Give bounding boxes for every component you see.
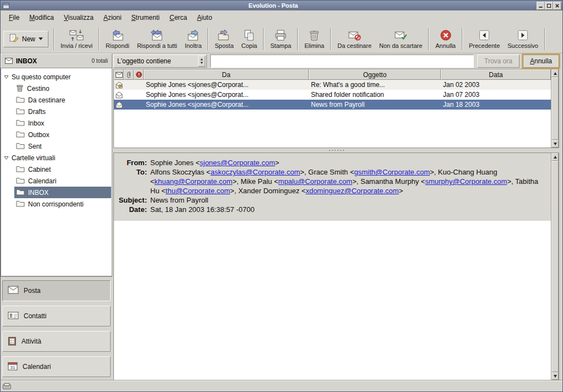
folder-icon (16, 200, 25, 209)
print-icon (274, 29, 287, 41)
scrollbar-thumb[interactable] (551, 161, 559, 372)
reply-all-button[interactable]: Rispondi a tutti (133, 26, 181, 52)
date-value: Sat, 18 Jan 2003 16:38:57 -0700 (150, 205, 545, 214)
clear-search-button[interactable]: Annulla (523, 55, 559, 68)
find-now-button[interactable]: Trova ora (477, 55, 520, 68)
toolbar-separator (297, 28, 298, 50)
cancel-button[interactable]: Annulla (431, 26, 460, 52)
toolbar-separator (99, 28, 100, 50)
tree-group-label: Su questo computer (12, 73, 70, 81)
maximize-button[interactable] (545, 2, 553, 10)
switcher-attivita[interactable]: Attività (2, 331, 111, 352)
menu-file[interactable]: File (4, 12, 24, 24)
switcher-contatti[interactable]: Contatti (2, 306, 111, 326)
read-icon (115, 101, 123, 108)
expander-icon[interactable] (4, 154, 9, 162)
minimize-button[interactable] (537, 2, 545, 10)
folder-item-cestino[interactable]: Cestino (14, 83, 112, 94)
folder-icon (16, 96, 25, 105)
tree-group-virtual[interactable]: Cartelle virtuali (1, 152, 112, 164)
recipient-email-link[interactable]: mpalu@Corporate.com (278, 177, 353, 186)
switcher-posta[interactable]: Posta (2, 280, 111, 301)
folder-item-inbox-virtual[interactable]: INBOX (14, 187, 111, 198)
send-receive-button[interactable]: Invia / ricevi (57, 26, 96, 52)
folder-label: Drafts (28, 108, 46, 116)
column-header-data[interactable]: Data (441, 69, 551, 80)
menu-strumenti[interactable]: Strumenti (127, 12, 165, 24)
recipient-email-link[interactable]: khuang@Corporate.com (155, 177, 233, 186)
scroll-down-icon[interactable] (551, 140, 559, 148)
column-header-oggetto[interactable]: Oggetto (309, 69, 441, 80)
print-button[interactable]: Stampa (266, 26, 295, 52)
copy-button[interactable]: Copia (238, 26, 261, 52)
pane-splitter[interactable] (113, 148, 559, 153)
close-button[interactable] (553, 2, 561, 10)
switcher-calendari[interactable]: 31 Calendari (2, 356, 111, 377)
new-button[interactable]: New (3, 31, 48, 47)
folder-title-bar[interactable]: INBOX 0 totali (1, 53, 112, 68)
folder-item-drafts[interactable]: Drafts (14, 106, 112, 117)
from-email-link[interactable]: sjones@Corporate.com (200, 159, 275, 167)
scroll-down-icon[interactable] (551, 372, 559, 380)
message-date: Jan 07 2003 (441, 91, 482, 99)
folder-item-inbox[interactable]: Inbox (14, 117, 112, 129)
message-subject: Shared folder notification (309, 91, 441, 99)
recipient-email-link[interactable]: thu@Corporate.com (166, 187, 230, 195)
previous-button[interactable]: Precedente (465, 26, 504, 52)
menu-modifica[interactable]: Modifica (24, 12, 59, 24)
folder-item-outbox[interactable]: Outbox (14, 129, 112, 140)
send-receive-icon (69, 29, 84, 41)
scrollbar-thumb[interactable] (551, 77, 559, 140)
toolbar-separator (330, 28, 331, 50)
preview-scrollbar[interactable] (551, 153, 559, 380)
folder-icon (16, 142, 25, 151)
chevron-down-icon (39, 37, 43, 40)
folder-item-da-cestinare[interactable]: Da cestinare (14, 94, 112, 106)
not-junk-button[interactable]: Non da scartare (375, 26, 426, 52)
new-button-label: New (22, 35, 35, 43)
delete-icon (308, 29, 320, 41)
menu-visualizza[interactable]: Visualizza (59, 12, 99, 24)
folder-item-sent[interactable]: Sent (14, 140, 112, 152)
window-menu-icon[interactable] (2, 2, 10, 10)
attachment-column-header[interactable] (124, 69, 134, 80)
title-bar[interactable]: Evolution - Posta (1, 1, 562, 10)
message-list-empty-area (114, 110, 551, 148)
current-folder-name: INBOX (16, 57, 89, 65)
message-row-selected[interactable]: Sophie Jones <sjones@Corporat... News fr… (114, 100, 551, 110)
next-button[interactable]: Successivo (504, 26, 542, 52)
toolbar-label: Non da scartare (379, 42, 422, 49)
folder-item-cabinet[interactable]: Cabinet (14, 164, 112, 175)
junk-button[interactable]: Da cestinare (334, 26, 375, 52)
recipient-email-link[interactable]: gsmith@Corporate.com (354, 168, 430, 176)
priority-column-header[interactable] (134, 69, 144, 80)
expander-icon[interactable] (4, 73, 9, 81)
folder-item-calendari[interactable]: Calendari (14, 175, 112, 187)
message-row[interactable]: Sophie Jones <sjones@Corporat... Shared … (114, 90, 551, 100)
folder-item-non-corrispondenti[interactable]: Non corrispondenti (14, 198, 112, 210)
toolbar-label: Annulla (435, 42, 456, 49)
forward-button[interactable]: Inoltra (181, 26, 206, 52)
column-header-da[interactable]: Da (144, 69, 309, 80)
message-row[interactable]: Sophie Jones <sjones@Corporat... Re: Wha… (114, 80, 551, 90)
scroll-up-icon[interactable] (551, 69, 559, 77)
recipient-email-link[interactable]: askoczylas@Corporate.com (210, 168, 300, 176)
status-icon (3, 382, 12, 391)
delete-button[interactable]: Elimina (300, 26, 328, 52)
scroll-up-icon[interactable] (551, 153, 559, 161)
trash-icon (16, 84, 24, 94)
menu-azioni[interactable]: Azioni (99, 12, 127, 24)
message-status-column-header[interactable] (114, 69, 124, 80)
menu-cerca[interactable]: Cerca (165, 12, 192, 24)
reply-button[interactable]: Rispondi (102, 26, 133, 52)
recipient-email-link[interactable]: smurphy@Corporate.com (425, 177, 507, 186)
tree-group-local[interactable]: Su questo computer (1, 71, 112, 83)
move-button[interactable]: Sposta (211, 26, 237, 52)
message-list-scrollbar[interactable] (551, 69, 559, 148)
search-criteria-dropdown[interactable]: L'oggetto contiene (113, 55, 207, 68)
menu-aiuto[interactable]: Aiuto (192, 12, 217, 24)
recipient-email-link[interactable]: xdominguez@Corporate.com (305, 187, 398, 195)
message-date: Jan 02 2003 (441, 81, 482, 89)
status-bar (1, 380, 562, 391)
search-input[interactable] (210, 55, 474, 68)
